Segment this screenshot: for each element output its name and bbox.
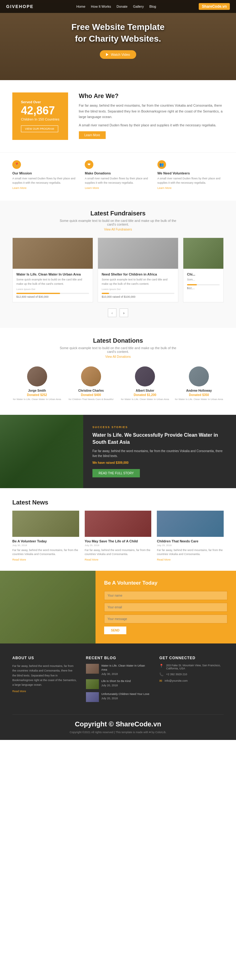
news-section: Latest News Be A Volunteer Today July 30… <box>0 488 236 571</box>
volunteer-image <box>0 571 95 643</box>
blog-thumb-0 <box>86 664 99 674</box>
people-icon: 👥 <box>159 162 164 167</box>
mission-icon-2: 👥 <box>157 160 166 169</box>
nav-how-it-works[interactable]: How It Works <box>91 5 111 8</box>
news-link-1[interactable]: Read More <box>85 558 98 561</box>
mission-desc-2: A small river named Duden flows by their… <box>157 177 224 185</box>
progress-fill-1 <box>102 293 109 294</box>
fund-card-desc-0: Some quick example text to build on the … <box>16 278 89 286</box>
donor-name-2: Albert Sluter <box>120 389 170 392</box>
fund-card-0: Water Is Life. Clean Water In Urban Area… <box>12 238 93 302</box>
view-program-button[interactable]: VIEW OUR PROGRAM <box>21 126 58 132</box>
news-date-0: July 30, 2018 <box>12 544 79 547</box>
fundraisers-title-block: Latest Fundraisers Some quick example te… <box>0 210 236 236</box>
footer-about-link[interactable]: Read More <box>12 690 26 693</box>
success-image <box>0 415 83 488</box>
volunteer-email-input[interactable] <box>104 603 227 612</box>
mission-link-1[interactable]: Learn More <box>85 186 99 189</box>
donations-view-all[interactable]: View All Donations <box>105 355 131 358</box>
news-link-0[interactable]: Read More <box>12 558 26 561</box>
donor-amount-2: Donated $1,200 <box>120 393 170 397</box>
contact-address: 📍 203 Fake St. Mountain View, San Franci… <box>159 664 224 670</box>
hero-video-button[interactable]: Watch Video <box>100 50 136 59</box>
donor-avatar-2 <box>135 366 155 387</box>
who-are-we-section: Who Are We? Far far away, behind the wor… <box>79 92 224 139</box>
footer-blog-col: RECENT BLOG Water Is Life. Clean Water I… <box>86 656 150 705</box>
donor-card-1: Christine Charles Donated $400 for Child… <box>66 366 116 401</box>
play-icon <box>106 53 108 56</box>
volunteer-name-input[interactable] <box>104 591 227 600</box>
carousel-prev-button[interactable]: ‹ <box>108 309 116 317</box>
nav-blog[interactable]: Blog <box>149 5 156 8</box>
success-section: SUCCESS STORIES Water Is Life. We Succes… <box>0 415 236 488</box>
donations-section: Latest Donations Some quick example text… <box>0 328 236 415</box>
stats-number: 42,867 <box>21 105 59 116</box>
blog-info-2: Unfortunately Children Need Your Love Ju… <box>101 692 149 700</box>
donor-avatar-3 <box>189 366 209 387</box>
fund-amount-2: $12,... <box>187 286 220 290</box>
footer-bottom: Copyright © ShareCode.vn Copyright ©2021… <box>12 714 224 734</box>
who-learn-button[interactable]: Learn More <box>79 131 106 139</box>
carousel-navigation: ‹ › <box>0 309 236 325</box>
nav-donate[interactable]: Donate <box>116 5 127 8</box>
donations-title-block: Latest Donations Some quick example text… <box>0 337 236 363</box>
footer: ABOUT US Far far away, behind the word m… <box>0 643 236 740</box>
fund-card-image-0 <box>13 238 93 269</box>
blog-info-0: Water Is Life. Clean Water In Urban Area… <box>101 664 150 676</box>
success-content: SUCCESS STORIES Water Is Life. We Succes… <box>83 415 236 488</box>
mission-row: 📍 Our Mission A small river named Duden … <box>0 152 236 200</box>
mission-link-0[interactable]: Learn More <box>12 186 27 189</box>
footer-connect-title: GET CONNECTED <box>159 656 224 660</box>
volunteer-message-input[interactable] <box>104 614 227 624</box>
blog-date-0: July 30, 2018 <box>101 673 118 676</box>
progress-bar-0 <box>16 293 89 294</box>
news-cards-row: Be A Volunteer Today July 30, 2018 Far f… <box>12 511 224 562</box>
mission-icon-1: ❤ <box>85 160 93 169</box>
donor-name-1: Christine Charles <box>66 389 116 392</box>
fundraisers-subtitle: Some quick example text to build on the … <box>56 219 180 226</box>
contact-email: ✉ info@yoursite.com <box>159 679 224 683</box>
mission-link-2[interactable]: Learn More <box>157 186 172 189</box>
donor-desc-2: for Water Is Life. Clean Water In Urban … <box>120 398 170 401</box>
donor-card-0: Jorge Smith Donated $252 for Water Is Li… <box>12 366 62 401</box>
donor-name-0: Jorge Smith <box>12 389 62 392</box>
success-read-button[interactable]: READ THE FULL STORY <box>92 469 140 477</box>
donor-amount-0: Donated $252 <box>12 393 62 397</box>
news-card-0: Be A Volunteer Today July 30, 2018 Far f… <box>12 511 79 562</box>
nav-gallery[interactable]: Gallery <box>133 5 144 8</box>
news-link-2[interactable]: Read More <box>157 558 171 561</box>
volunteer-section: Be A Volunteer Today SEND <box>0 571 236 643</box>
mission-desc-0: A small river named Duden flows by their… <box>12 177 79 185</box>
news-image-0 <box>12 511 79 537</box>
mission-desc-1: A small river named Duden flows by their… <box>85 177 151 185</box>
blog-date-2: July 20, 2018 <box>101 697 118 700</box>
fundraisers-view-all[interactable]: View All Fundraisers <box>104 228 132 231</box>
blog-info-1: Life Is Short So Be Kind July 20, 2018 <box>101 679 131 687</box>
news-card-1: You May Save The Life of A Child July 29… <box>85 511 152 562</box>
fund-card-body-1: Need Shelter for Children in Africa Some… <box>98 269 178 302</box>
fund-card-image-2 <box>183 238 223 269</box>
phone-icon: 📞 <box>159 673 163 676</box>
news-image-2 <box>157 511 224 537</box>
news-article-title-0: Be A Volunteer Today <box>12 539 79 543</box>
volunteer-img-overlay <box>0 571 95 643</box>
footer-about-col: ABOUT US Far far away, behind the word m… <box>12 656 77 705</box>
contact-phone: 📞 +2 392 3929 210 <box>159 673 224 676</box>
volunteer-send-button[interactable]: SEND <box>104 627 126 634</box>
news-desc-0: Far far away, behind the word mountains,… <box>12 548 79 557</box>
email-icon: ✉ <box>159 679 162 683</box>
news-image-1 <box>85 511 152 537</box>
fundraiser-cards-row: Water Is Life. Clean Water In Urban Area… <box>0 236 236 309</box>
progress-bar-2 <box>187 284 220 285</box>
nav-home[interactable]: Home <box>76 5 86 8</box>
fund-card-title-2: Chi... <box>187 272 220 276</box>
donations-title: Latest Donations <box>12 337 224 344</box>
fund-card-meta-1: Lorem Ipsum Dol <box>102 288 174 291</box>
who-para1: Far far away, behind the word mountains,… <box>79 103 224 120</box>
carousel-next-button[interactable]: › <box>120 309 128 317</box>
address-text: 203 Fake St. Mountain View, San Francisc… <box>166 664 224 670</box>
donor-desc-0: for Water Is Life. Clean Water In Urban … <box>12 398 62 401</box>
blog-title-2: Unfortunately Children Need Your Love <box>101 692 149 697</box>
fund-card-body-2: Chi... Som... $12,... <box>183 269 223 293</box>
donor-name-3: Andrew Holloway <box>174 389 224 392</box>
